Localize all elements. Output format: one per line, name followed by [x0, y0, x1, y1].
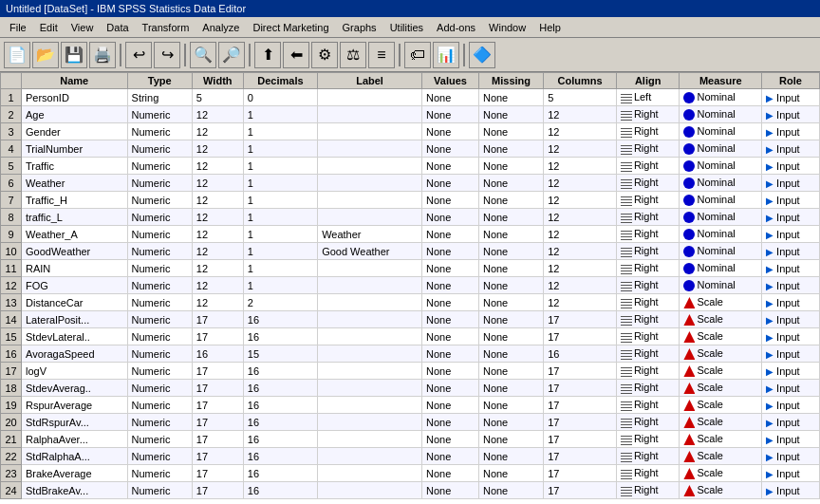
cell-width[interactable]: 12 [192, 209, 243, 226]
goto-button[interactable]: 🔍 [190, 42, 216, 68]
cell-type[interactable]: Numeric [127, 243, 192, 260]
cell-columns[interactable]: 5 [544, 89, 617, 106]
table-row[interactable]: 11 RAIN Numeric 12 1 None None 12 Right … [1, 260, 820, 277]
cell-type[interactable]: Numeric [127, 380, 192, 397]
cell-decimals[interactable]: 16 [243, 465, 317, 482]
cell-label[interactable] [318, 140, 422, 158]
cell-label[interactable] [318, 158, 422, 175]
cell-columns[interactable]: 17 [544, 380, 617, 397]
cell-name[interactable]: GoodWeather [22, 243, 128, 260]
cell-type[interactable]: Numeric [127, 482, 192, 499]
cell-columns[interactable]: 12 [544, 294, 617, 311]
cell-label[interactable] [318, 175, 422, 192]
cell-role[interactable]: ▶ Input [762, 106, 820, 123]
cell-measure[interactable]: Scale [680, 414, 762, 431]
cell-align[interactable]: Right [616, 311, 680, 328]
cell-values[interactable]: None [421, 140, 478, 158]
cell-decimals[interactable]: 16 [243, 363, 317, 380]
cell-columns[interactable]: 17 [544, 465, 617, 482]
cell-width[interactable]: 12 [192, 192, 243, 209]
cell-align[interactable]: Right [616, 465, 680, 482]
table-row[interactable]: 14 LateralPosit... Numeric 17 16 None No… [1, 311, 820, 328]
cell-role[interactable]: ▶ Input [762, 123, 820, 140]
cell-label[interactable] [318, 431, 422, 448]
cell-name[interactable]: Weather_A [22, 226, 128, 243]
cell-missing[interactable]: None [478, 363, 543, 380]
print-button[interactable]: 🖨️ [89, 42, 116, 68]
table-row[interactable]: 9 Weather_A Numeric 12 1 Weather None No… [1, 226, 820, 243]
cell-decimals[interactable]: 1 [243, 123, 317, 140]
cell-role[interactable]: ▶ Input [762, 363, 820, 380]
cell-missing[interactable]: None [478, 345, 543, 363]
cell-name[interactable]: LateralPosit... [22, 311, 128, 328]
cell-type[interactable]: Numeric [127, 448, 192, 465]
open-file-button[interactable]: 📂 [32, 42, 59, 68]
cell-decimals[interactable]: 2 [243, 294, 317, 311]
cell-missing[interactable]: None [478, 106, 543, 123]
cell-role[interactable]: ▶ Input [762, 192, 820, 209]
cell-name[interactable]: RspurAverage [22, 397, 128, 414]
cell-label[interactable] [318, 482, 422, 499]
cell-measure[interactable]: Nominal [680, 226, 762, 243]
insert-var-button[interactable]: ⬅ [283, 42, 309, 68]
cell-columns[interactable]: 17 [544, 448, 617, 465]
cell-name[interactable]: BrakeAverage [22, 465, 128, 482]
cell-decimals[interactable]: 16 [243, 328, 317, 345]
cell-columns[interactable]: 17 [544, 328, 617, 345]
cell-align[interactable]: Right [616, 209, 680, 226]
cell-measure[interactable]: Nominal [680, 192, 762, 209]
cell-values[interactable]: None [421, 192, 478, 209]
cell-decimals[interactable]: 1 [243, 277, 317, 294]
cell-label[interactable] [318, 448, 422, 465]
cell-align[interactable]: Right [616, 328, 680, 345]
table-row[interactable]: 6 Weather Numeric 12 1 None None 12 Righ… [1, 175, 820, 192]
cell-align[interactable]: Right [616, 106, 680, 123]
cell-type[interactable]: Numeric [127, 123, 192, 140]
cell-label[interactable] [318, 465, 422, 482]
cell-missing[interactable]: None [478, 140, 543, 158]
cell-type[interactable]: Numeric [127, 140, 192, 158]
cell-width[interactable]: 12 [192, 158, 243, 175]
cell-missing[interactable]: None [478, 482, 543, 499]
cell-width[interactable]: 17 [192, 380, 243, 397]
cell-label[interactable] [318, 260, 422, 277]
cell-measure[interactable]: Scale [680, 363, 762, 380]
cell-role[interactable]: ▶ Input [762, 345, 820, 363]
table-row[interactable]: 12 FOG Numeric 12 1 None None 12 Right N… [1, 277, 820, 294]
cell-role[interactable]: ▶ Input [762, 175, 820, 192]
cell-align[interactable]: Left [616, 89, 680, 106]
cell-missing[interactable]: None [478, 226, 543, 243]
cell-columns[interactable]: 12 [544, 192, 617, 209]
cell-name[interactable]: RalphaAver... [22, 431, 128, 448]
cell-name[interactable]: PersonID [22, 89, 128, 106]
cell-width[interactable]: 17 [192, 328, 243, 345]
cell-align[interactable]: Right [616, 380, 680, 397]
cell-values[interactable]: None [421, 226, 478, 243]
cell-name[interactable]: DistanceCar [22, 294, 128, 311]
table-row[interactable]: 22 StdRalphaA... Numeric 17 16 None None… [1, 448, 820, 465]
table-row[interactable]: 23 BrakeAverage Numeric 17 16 None None … [1, 465, 820, 482]
cell-name[interactable]: logV [22, 363, 128, 380]
cell-role[interactable]: ▶ Input [762, 380, 820, 397]
table-row[interactable]: 13 DistanceCar Numeric 12 2 None None 12… [1, 294, 820, 311]
cell-columns[interactable]: 16 [544, 345, 617, 363]
table-row[interactable]: 18 StdevAverag.. Numeric 17 16 None None… [1, 380, 820, 397]
cell-type[interactable]: Numeric [127, 158, 192, 175]
cell-width[interactable]: 12 [192, 243, 243, 260]
cell-role[interactable]: ▶ Input [762, 89, 820, 106]
cell-columns[interactable]: 17 [544, 482, 617, 499]
cell-role[interactable]: ▶ Input [762, 414, 820, 431]
cell-values[interactable]: None [421, 328, 478, 345]
save-button[interactable]: 💾 [61, 42, 87, 68]
cell-values[interactable]: None [421, 277, 478, 294]
cell-name[interactable]: Traffic [22, 158, 128, 175]
cell-missing[interactable]: None [478, 123, 543, 140]
cell-columns[interactable]: 12 [544, 106, 617, 123]
table-row[interactable]: 7 Traffic_H Numeric 12 1 None None 12 Ri… [1, 192, 820, 209]
cell-columns[interactable]: 12 [544, 123, 617, 140]
spss-button[interactable]: 🔷 [469, 42, 495, 68]
cell-values[interactable]: None [421, 311, 478, 328]
cell-missing[interactable]: None [478, 158, 543, 175]
cell-width[interactable]: 17 [192, 363, 243, 380]
menu-item-graphs[interactable]: Graphs [337, 20, 382, 35]
